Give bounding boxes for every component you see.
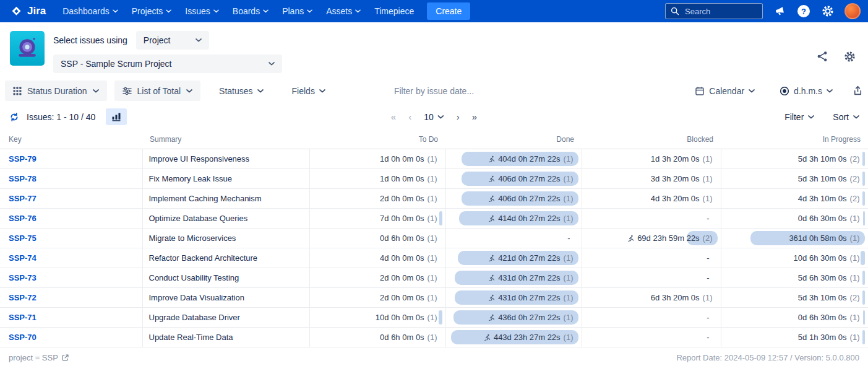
duration-count: (1) (850, 273, 860, 282)
table-row: SSP-77 Implement Caching Mechanism 2d 0h… (0, 189, 868, 209)
fields-dropdown[interactable]: Fields (287, 86, 330, 96)
prev-page-button[interactable]: ‹ (408, 111, 411, 122)
nav-item-plans[interactable]: Plans (275, 0, 319, 22)
external-link-icon[interactable] (61, 354, 69, 362)
refresh-icon[interactable] (9, 111, 20, 123)
issue-summary: Optimize Database Queries (149, 214, 248, 223)
issue-key-link[interactable]: SSP-78 (9, 174, 37, 183)
cell-blocked: - (582, 248, 721, 268)
issue-key-link[interactable]: SSP-79 (9, 154, 37, 164)
column-header-summary[interactable]: Summary (142, 131, 309, 149)
duration-text: 443d 23h 27m 22s (494, 333, 561, 342)
search-input[interactable] (684, 6, 752, 17)
issue-key-link[interactable]: SSP-76 (9, 214, 37, 223)
issue-summary: Improve UI Responsiveness (149, 154, 250, 164)
cell-inprogress: 5d 6h 30m 0s (1) (721, 268, 868, 288)
report-toolbar: Status Duration List of Total Statuses F… (0, 78, 868, 107)
nav-item-boards[interactable]: Boards (226, 0, 275, 22)
column-header-done[interactable]: Done (445, 131, 582, 149)
chevron-down-icon (307, 9, 312, 13)
last-page-button[interactable]: » (472, 111, 477, 122)
nav-item-projects[interactable]: Projects (125, 0, 179, 22)
chart-view-button[interactable] (106, 108, 127, 125)
issue-key-link[interactable]: SSP-71 (9, 313, 37, 322)
duration-count: (1) (564, 214, 574, 223)
chevron-down-icon (93, 89, 99, 93)
cell-todo: 4d 0h 0m 0s (1) (309, 248, 445, 268)
nav-item-issues[interactable]: Issues (178, 0, 225, 22)
settings-gear-icon[interactable] (820, 4, 835, 19)
column-header-in-progress[interactable]: In Progress (721, 131, 868, 149)
duration-count: (1) (703, 194, 713, 203)
help-icon[interactable]: ? (796, 4, 811, 19)
column-header-blocked[interactable]: Blocked (582, 131, 721, 149)
nav-item-assets[interactable]: Assets (319, 0, 367, 22)
sort-dropdown[interactable]: Sort (833, 112, 859, 122)
duration-text: 421d 0h 27m 22s (498, 253, 560, 263)
duration-text: 436d 0h 27m 22s (498, 313, 560, 322)
duration-text: - (707, 273, 709, 282)
column-header-key[interactable]: Key (0, 131, 142, 149)
report-type-button[interactable]: Status Duration (5, 81, 107, 101)
cell-done: 406d 0h 27m 22s (1) (445, 169, 582, 189)
time-format-dropdown[interactable]: d.h.m.s (775, 86, 838, 96)
nav-item-dashboards[interactable]: Dashboards (56, 0, 125, 22)
issue-key-link[interactable]: SSP-72 (9, 293, 37, 302)
next-page-button[interactable]: › (457, 111, 460, 122)
chevron-down-icon (166, 9, 171, 13)
issue-key-link[interactable]: SSP-75 (9, 233, 37, 243)
chevron-down-icon (186, 89, 192, 93)
timepiece-app-icon (10, 31, 45, 66)
cell-done: 404d 0h 27m 22s (1) (445, 149, 582, 169)
issue-key-link[interactable]: SSP-73 (9, 273, 37, 282)
jira-logo[interactable]: Jira (10, 5, 46, 18)
chevron-down-icon (827, 89, 833, 93)
table-header-row: KeySummaryTo DoDoneBlockedIn Progress (0, 131, 868, 149)
first-page-button[interactable]: « (391, 111, 396, 122)
duration-count: (1) (428, 174, 437, 183)
issue-key-link[interactable]: SSP-74 (9, 253, 37, 263)
issue-source-dropdown[interactable]: Project (136, 31, 209, 50)
duration-count: (1) (564, 154, 574, 164)
report-settings-gear-icon[interactable] (844, 51, 856, 63)
grid-icon (13, 87, 22, 95)
table-row: SSP-71 Upgrade Database Driver 10d 0h 0m… (0, 308, 868, 328)
duration-text: 361d 0h 58m 0s (789, 233, 846, 243)
announcements-icon[interactable] (772, 4, 787, 19)
cell-todo: 0d 6h 0m 0s (1) (309, 229, 445, 248)
chevron-down-icon (749, 89, 755, 93)
cell-inprogress: 5d 3h 10m 0s (2) (721, 169, 868, 189)
duration-count: (1) (564, 293, 574, 302)
calendar-dropdown[interactable]: Calendar (690, 86, 760, 96)
duration-text: 0d 6h 30m 0s (798, 313, 847, 322)
duration-text: - (707, 333, 709, 342)
issue-key-link[interactable]: SSP-70 (9, 333, 37, 342)
share-icon[interactable] (817, 51, 828, 63)
cell-blocked: - (582, 328, 721, 347)
duration-text: 10d 6h 30m 0s (794, 253, 847, 263)
view-mode-button[interactable]: List of Total (114, 81, 201, 101)
date-filter-input[interactable]: Filter by issue date... (394, 86, 474, 96)
table-row: SSP-70 Update Real-Time Data 0d 6h 0m 0s… (0, 328, 868, 347)
search-box[interactable] (665, 3, 763, 19)
issue-key-link[interactable]: SSP-77 (9, 194, 37, 203)
export-icon[interactable] (853, 85, 863, 96)
column-header-to-do[interactable]: To Do (309, 131, 445, 149)
cell-todo: 10d 0h 0m 0s (1) (309, 308, 445, 328)
cell-todo: 0d 6h 0m 0s (1) (309, 328, 445, 347)
duration-count: (1) (850, 214, 860, 223)
duration-text: 6d 3h 20m 0s (651, 293, 700, 302)
duration-count: (1) (428, 214, 437, 223)
project-dropdown[interactable]: SSP - Sample Scrum Project (53, 55, 282, 73)
cell-done: 406d 0h 27m 22s (1) (445, 189, 582, 209)
filter-dropdown[interactable]: Filter (784, 112, 814, 122)
statuses-dropdown[interactable]: Statuses (214, 86, 268, 96)
issues-bar: Issues: 1 - 10 / 40 « ‹ 10 › » Filter So… (0, 107, 868, 131)
duration-text: 0d 6h 0m 0s (380, 333, 424, 342)
user-avatar[interactable] (844, 3, 861, 19)
chevron-down-icon (196, 38, 202, 42)
page-size-dropdown[interactable]: 10 (424, 112, 444, 122)
cell-blocked: - (582, 308, 721, 328)
nav-item-timepiece[interactable]: Timepiece (367, 0, 421, 22)
create-button[interactable]: Create (427, 2, 470, 20)
